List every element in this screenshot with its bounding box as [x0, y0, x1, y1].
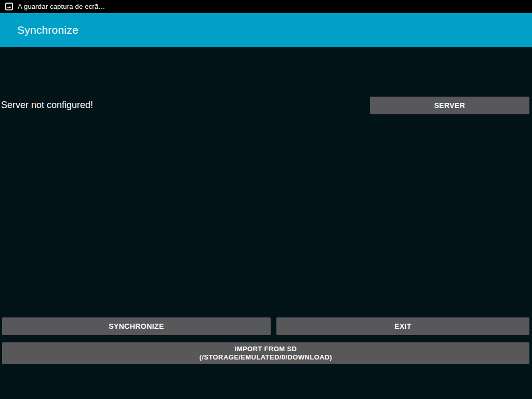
main-content: Server not configured! SERVER SYNCHRONIZ… — [0, 47, 532, 399]
import-button-line2: (/STORAGE/EMULATED/0/DOWNLOAD) — [200, 353, 332, 362]
import-from-sd-button[interactable]: IMPORT FROM SD (/STORAGE/EMULATED/0/DOWN… — [2, 342, 529, 364]
status-bar: A guardar captura de ecrã… — [0, 0, 532, 13]
page-title: Synchronize — [17, 24, 78, 36]
synchronize-button[interactable]: SYNCHRONIZE — [2, 317, 271, 335]
app-screen: A guardar captura de ecrã… Synchronize S… — [0, 0, 532, 399]
exit-button[interactable]: EXIT — [276, 317, 529, 335]
server-button[interactable]: SERVER — [370, 97, 529, 114]
server-status-message: Server not configured! — [1, 100, 93, 111]
import-button-line1: IMPORT FROM SD — [235, 345, 297, 353]
app-header: Synchronize — [0, 13, 532, 47]
notification-text: A guardar captura de ecrã… — [18, 3, 105, 10]
image-icon — [5, 3, 13, 10]
